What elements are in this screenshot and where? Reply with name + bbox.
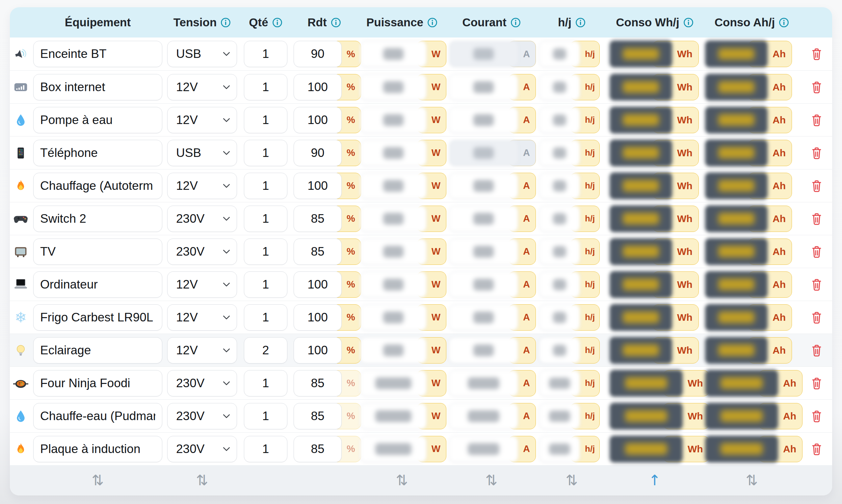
- efficiency-input[interactable]: [294, 107, 342, 133]
- equipment-name-input[interactable]: [33, 74, 162, 100]
- tension-select[interactable]: USB: [167, 140, 237, 166]
- efficiency-input[interactable]: [294, 205, 342, 232]
- tension-select[interactable]: 12V: [167, 304, 237, 331]
- power-input[interactable]: [360, 304, 426, 331]
- hours-per-day-input[interactable]: [539, 41, 580, 67]
- tension-select[interactable]: 230V: [167, 436, 237, 462]
- hours-per-day-input[interactable]: [539, 436, 580, 462]
- equipment-name-input[interactable]: [33, 271, 162, 298]
- info-icon[interactable]: [683, 17, 694, 28]
- quantity-input[interactable]: [244, 304, 287, 331]
- info-icon[interactable]: [221, 17, 231, 28]
- current-input[interactable]: [449, 271, 518, 298]
- delete-row-button[interactable]: [810, 245, 823, 258]
- delete-row-button[interactable]: [810, 212, 823, 226]
- hours-per-day-input[interactable]: [539, 205, 580, 232]
- sort-tension-button[interactable]: ⇅: [193, 473, 212, 488]
- current-input[interactable]: [449, 436, 518, 462]
- current-input[interactable]: [449, 205, 518, 232]
- info-icon[interactable]: [427, 17, 437, 28]
- power-input[interactable]: [360, 107, 426, 133]
- hours-per-day-input[interactable]: [539, 140, 580, 166]
- equipment-name-input[interactable]: [33, 173, 162, 199]
- quantity-input[interactable]: [244, 140, 287, 166]
- equipment-name-input[interactable]: [33, 370, 162, 396]
- tension-select[interactable]: 230V: [167, 205, 237, 232]
- quantity-input[interactable]: [244, 337, 287, 363]
- delete-row-button[interactable]: [810, 442, 823, 456]
- info-icon[interactable]: [575, 17, 585, 28]
- current-input[interactable]: [449, 304, 518, 331]
- power-input[interactable]: [360, 271, 426, 298]
- efficiency-input[interactable]: [294, 304, 342, 331]
- quantity-input[interactable]: [244, 271, 287, 298]
- tension-select[interactable]: 12V: [167, 337, 237, 363]
- sort-courant-button[interactable]: ⇅: [482, 473, 501, 488]
- equipment-name-input[interactable]: [33, 337, 162, 363]
- power-input[interactable]: [360, 238, 426, 265]
- power-input[interactable]: [360, 41, 426, 67]
- quantity-input[interactable]: [244, 205, 287, 232]
- current-input[interactable]: [449, 74, 518, 100]
- quantity-input[interactable]: [244, 403, 287, 429]
- power-input[interactable]: [360, 337, 426, 363]
- info-icon[interactable]: [779, 17, 789, 28]
- current-input[interactable]: [449, 107, 518, 133]
- power-input[interactable]: [360, 173, 426, 199]
- tension-select[interactable]: 230V: [167, 403, 237, 429]
- info-icon[interactable]: [510, 17, 521, 28]
- hours-per-day-input[interactable]: [539, 304, 580, 331]
- current-input[interactable]: [449, 41, 518, 67]
- equipment-name-input[interactable]: [33, 403, 162, 429]
- info-icon[interactable]: [272, 17, 282, 28]
- delete-row-button[interactable]: [810, 343, 823, 357]
- quantity-input[interactable]: [244, 370, 287, 396]
- sort-hj-button[interactable]: ⇅: [563, 473, 581, 488]
- power-input[interactable]: [360, 403, 426, 429]
- equipment-name-input[interactable]: [33, 205, 162, 232]
- power-input[interactable]: [360, 370, 426, 396]
- efficiency-input[interactable]: [294, 173, 342, 199]
- quantity-input[interactable]: [244, 74, 287, 100]
- quantity-input[interactable]: [244, 436, 287, 462]
- current-input[interactable]: [449, 337, 518, 363]
- hours-per-day-input[interactable]: [539, 173, 580, 199]
- equipment-name-input[interactable]: [33, 41, 162, 67]
- current-input[interactable]: [449, 140, 518, 166]
- tension-select[interactable]: 230V: [167, 370, 237, 396]
- hours-per-day-input[interactable]: [539, 107, 580, 133]
- equipment-name-input[interactable]: [33, 107, 162, 133]
- power-input[interactable]: [360, 205, 426, 232]
- delete-row-button[interactable]: [810, 278, 823, 291]
- delete-row-button[interactable]: [810, 310, 823, 324]
- current-input[interactable]: [449, 238, 518, 265]
- delete-row-button[interactable]: [810, 179, 823, 193]
- info-icon[interactable]: [331, 17, 341, 28]
- equipment-name-input[interactable]: [33, 238, 162, 265]
- quantity-input[interactable]: [244, 173, 287, 199]
- hours-per-day-input[interactable]: [539, 403, 580, 429]
- efficiency-input[interactable]: [294, 337, 342, 363]
- equipment-name-input[interactable]: [33, 140, 162, 166]
- equipment-name-input[interactable]: [33, 304, 162, 331]
- quantity-input[interactable]: [244, 41, 287, 67]
- power-input[interactable]: [360, 74, 426, 100]
- power-input[interactable]: [360, 140, 426, 166]
- tension-select[interactable]: 230V: [167, 238, 237, 265]
- delete-row-button[interactable]: [810, 376, 823, 390]
- hours-per-day-input[interactable]: [539, 238, 580, 265]
- sort-conso-wh-button[interactable]: ↑: [646, 473, 664, 488]
- hours-per-day-input[interactable]: [539, 370, 580, 396]
- quantity-input[interactable]: [244, 238, 287, 265]
- sort-conso-ah-button[interactable]: ⇅: [742, 473, 761, 488]
- delete-row-button[interactable]: [810, 146, 823, 160]
- equipment-name-input[interactable]: [33, 436, 162, 462]
- sort-puissance-button[interactable]: ⇅: [393, 473, 411, 488]
- efficiency-input[interactable]: [294, 436, 342, 462]
- tension-select[interactable]: 12V: [167, 74, 237, 100]
- efficiency-input[interactable]: [294, 271, 342, 298]
- hours-per-day-input[interactable]: [539, 271, 580, 298]
- power-input[interactable]: [360, 436, 426, 462]
- current-input[interactable]: [449, 173, 518, 199]
- delete-row-button[interactable]: [810, 113, 823, 127]
